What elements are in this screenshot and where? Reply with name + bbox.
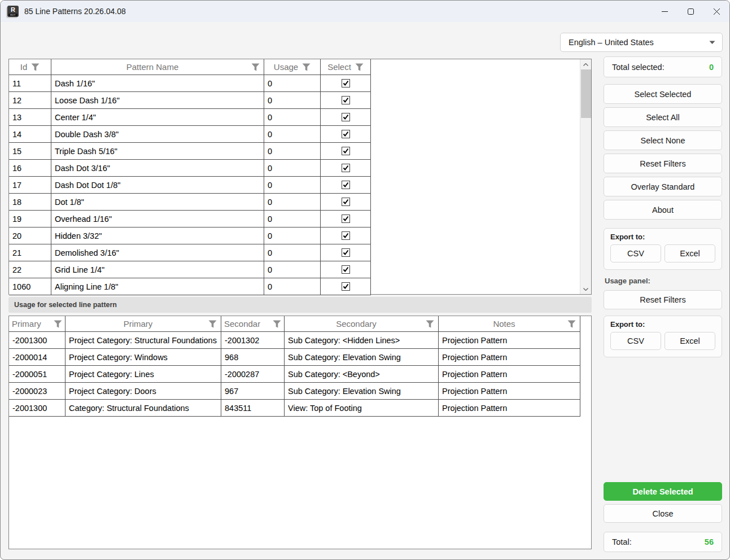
table-row[interactable]: 11 Dash 1/16" 0 xyxy=(9,75,371,92)
export-usage-csv-button[interactable]: CSV xyxy=(610,332,661,350)
checkmark-icon xyxy=(343,250,349,256)
table-row[interactable]: -2001300 Project Category: Structural Fo… xyxy=(9,332,580,349)
window-title: 85 Line Patterns 20.26.04.08 xyxy=(24,7,126,16)
scroll-down-button[interactable] xyxy=(580,284,592,294)
scroll-up-button[interactable] xyxy=(580,59,592,69)
select-checkbox[interactable] xyxy=(342,164,350,172)
cell-select xyxy=(321,244,371,261)
filter-icon[interactable] xyxy=(251,63,260,71)
cell-select xyxy=(321,278,371,295)
filter-icon[interactable] xyxy=(54,320,62,328)
select-checkbox[interactable] xyxy=(342,265,350,274)
table-row[interactable]: -2000023 Project Category: Doors 967 Sub… xyxy=(9,383,580,400)
select-checkbox[interactable] xyxy=(342,248,350,257)
table-row[interactable]: 12 Loose Dash 1/16" 0 xyxy=(9,92,371,109)
select-checkbox[interactable] xyxy=(342,215,350,223)
patterns-scrollbar[interactable] xyxy=(580,59,591,294)
table-row[interactable]: 13 Center 1/4" 0 xyxy=(9,109,371,126)
filter-icon[interactable] xyxy=(273,320,281,328)
col-header-primary[interactable]: Primary xyxy=(65,316,221,332)
usage-table: Primary Primary Secondar Secondary Notes xyxy=(9,316,580,417)
col-header-pattern-name[interactable]: Pattern Name xyxy=(51,59,264,75)
filter-icon[interactable] xyxy=(302,63,311,71)
cell-secondary: Sub Category: Elevation Swing xyxy=(285,349,439,366)
table-row[interactable]: 1060 Aligning Line 1/8" 0 xyxy=(9,278,371,295)
delete-selected-button[interactable]: Delete Selected xyxy=(604,482,722,501)
scrollbar-thumb[interactable] xyxy=(581,69,591,118)
col-header-secondary-id[interactable]: Secondar xyxy=(221,316,285,332)
usage-reset-filters-button[interactable]: Reset Filters xyxy=(604,290,722,309)
table-row[interactable]: 22 Grid Line 1/4" 0 xyxy=(9,261,371,278)
col-header-id[interactable]: Id xyxy=(9,59,51,75)
filter-icon[interactable] xyxy=(208,320,217,328)
select-checkbox[interactable] xyxy=(342,130,350,138)
select-checkbox[interactable] xyxy=(342,198,350,206)
select-none-button[interactable]: Select None xyxy=(604,130,722,150)
select-checkbox[interactable] xyxy=(342,231,350,240)
checkmark-icon xyxy=(343,165,349,171)
export-patterns-excel-button[interactable]: Excel xyxy=(665,244,715,262)
col-header-primary-id[interactable]: Primary xyxy=(9,316,65,332)
cell-usage: 0 xyxy=(264,92,321,109)
select-checkbox[interactable] xyxy=(342,79,350,88)
select-selected-button[interactable]: Select Selected xyxy=(604,84,722,104)
filter-icon[interactable] xyxy=(31,63,40,71)
select-checkbox[interactable] xyxy=(342,181,350,189)
col-header-select[interactable]: Select xyxy=(321,59,371,75)
scrollbar-track[interactable] xyxy=(580,69,591,284)
table-row[interactable]: 17 Dash Dot Dot 1/8" 0 xyxy=(9,177,371,194)
select-checkbox[interactable] xyxy=(342,96,350,104)
cell-select xyxy=(321,160,371,177)
cell-primary: Project Category: Lines xyxy=(65,366,221,383)
table-row[interactable]: -2000014 Project Category: Windows 968 S… xyxy=(9,349,580,366)
table-row[interactable]: 16 Dash Dot 3/16" 0 xyxy=(9,160,371,177)
cell-id: 1060 xyxy=(9,278,51,295)
maximize-button[interactable] xyxy=(677,1,703,22)
language-dropdown[interactable]: English – United States xyxy=(560,33,723,52)
usage-table-container: Primary Primary Secondar Secondary Notes xyxy=(8,316,592,549)
cell-id: 22 xyxy=(9,261,51,278)
table-row[interactable]: -2001300 Category: Structural Foundation… xyxy=(9,400,580,417)
cell-secondary-id: -2001302 xyxy=(221,332,285,349)
cell-select xyxy=(321,126,371,143)
cell-id: 13 xyxy=(9,109,51,126)
select-checkbox[interactable] xyxy=(342,147,350,155)
filter-icon[interactable] xyxy=(426,320,434,328)
cell-secondary-id: 967 xyxy=(221,383,285,400)
table-row[interactable]: -2000051 Project Category: Lines -200028… xyxy=(9,366,580,383)
cell-pattern-name: Dash 1/16" xyxy=(51,75,264,92)
cell-primary: Project Category: Doors xyxy=(65,383,221,400)
export-usage-excel-button[interactable]: Excel xyxy=(665,332,715,350)
table-row[interactable]: 14 Double Dash 3/8" 0 xyxy=(9,126,371,143)
filter-icon[interactable] xyxy=(355,63,364,71)
close-button[interactable] xyxy=(703,1,729,22)
select-all-button[interactable]: Select All xyxy=(604,107,722,127)
cell-usage: 0 xyxy=(264,177,321,194)
col-header-notes[interactable]: Notes xyxy=(439,316,580,332)
cell-pattern-name: Dash Dot Dot 1/8" xyxy=(51,177,264,194)
table-row[interactable]: 18 Dot 1/8" 0 xyxy=(9,194,371,211)
table-row[interactable]: 19 Overhead 1/16" 0 xyxy=(9,211,371,228)
cell-usage: 0 xyxy=(264,228,321,244)
checkmark-icon xyxy=(343,283,349,290)
close-dialog-button[interactable]: Close xyxy=(604,504,722,523)
table-row[interactable]: 20 Hidden 3/32" 0 xyxy=(9,228,371,244)
filter-icon[interactable] xyxy=(567,320,576,328)
col-header-usage[interactable]: Usage xyxy=(264,59,321,75)
usage-table-body: -2001300 Project Category: Structural Fo… xyxy=(9,332,580,417)
table-row[interactable]: 21 Demolished 3/16" 0 xyxy=(9,244,371,261)
select-checkbox[interactable] xyxy=(342,282,350,291)
table-row[interactable]: 15 Triple Dash 5/16" 0 xyxy=(9,143,371,160)
cell-usage: 0 xyxy=(264,109,321,126)
about-button[interactable]: About xyxy=(604,200,722,220)
export-patterns-csv-button[interactable]: CSV xyxy=(610,244,661,262)
cell-id: 14 xyxy=(9,126,51,143)
reset-filters-button[interactable]: Reset Filters xyxy=(604,154,722,173)
titlebar: R RVT 85 Line Patterns 20.26.04.08 xyxy=(1,1,729,22)
col-header-secondary[interactable]: Secondary xyxy=(285,316,439,332)
overlay-standard-button[interactable]: Overlay Standard xyxy=(604,177,722,196)
minimize-button[interactable] xyxy=(652,1,677,22)
select-checkbox[interactable] xyxy=(342,113,350,121)
cell-pattern-name: Aligning Line 1/8" xyxy=(51,278,264,295)
cell-notes: Projection Pattern xyxy=(439,349,580,366)
